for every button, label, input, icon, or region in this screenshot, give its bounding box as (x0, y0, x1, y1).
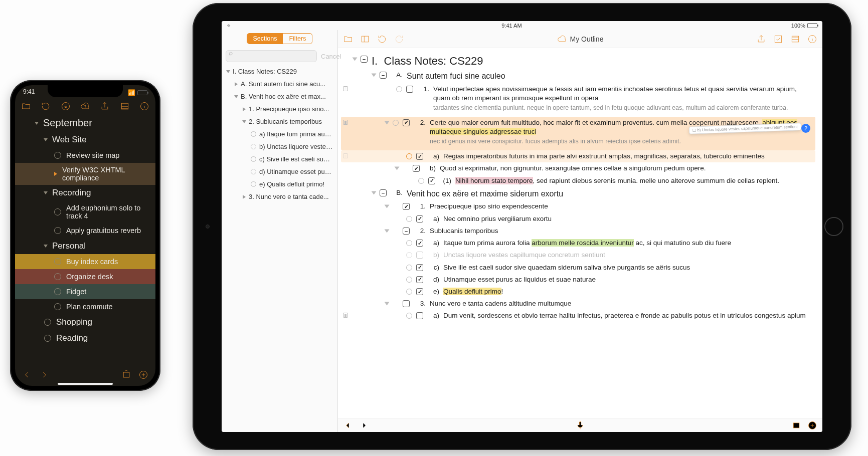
seg-filters[interactable]: Filters (283, 34, 312, 44)
checkbox[interactable] (416, 252, 423, 259)
outline-item[interactable]: d) Utinamque esset purus ac liquidus et … (341, 274, 815, 286)
note-icon[interactable] (343, 153, 348, 158)
note-icon[interactable] (343, 86, 348, 91)
triangle-icon[interactable] (353, 58, 358, 61)
triangle-icon[interactable] (385, 205, 390, 208)
checkbox-checked[interactable] (416, 276, 423, 283)
outline-item[interactable]: a) Nec omnino prius vergiliarum exortu (341, 213, 815, 225)
checkbox-checked[interactable] (403, 119, 410, 126)
status-circle[interactable] (54, 288, 61, 295)
outline-item[interactable]: (1) Nihil horum stato tempore, sed rapiu… (341, 175, 815, 187)
outline-item[interactable]: a) Itaque tum prima aurora folia arborum… (341, 237, 815, 249)
home-indicator[interactable] (58, 383, 113, 385)
indent-icon[interactable] (359, 420, 369, 430)
status-circle[interactable] (406, 265, 412, 271)
outline-row[interactable]: Recording (15, 185, 155, 201)
status-circle[interactable] (54, 227, 61, 234)
outline-section-a[interactable]: A. Sunt autem fuci sine aculeo (341, 69, 815, 83)
outline-row[interactable]: Plan commute (15, 299, 155, 314)
triangle-icon[interactable] (385, 121, 390, 124)
status-circle[interactable] (54, 208, 61, 215)
status-circle[interactable] (251, 131, 256, 137)
triangle-icon[interactable] (372, 191, 377, 194)
segmented-control[interactable]: Sections Filters (247, 33, 313, 44)
cloud-icon[interactable] (80, 101, 90, 111)
triangle-icon[interactable] (35, 122, 39, 125)
triangle-icon[interactable] (234, 95, 238, 98)
attach-icon[interactable] (773, 34, 783, 44)
info-icon[interactable] (807, 34, 817, 44)
checkbox-mixed[interactable] (361, 56, 368, 63)
outline-item[interactable]: a) Dum venit, sordescens et obvio terrae… (341, 310, 815, 322)
status-circle[interactable] (251, 181, 256, 187)
sidebar-item[interactable]: 2. Sublucanis temporibus (222, 115, 337, 128)
sidebar-item[interactable]: A. Sunt autem fuci sine acu... (222, 78, 337, 90)
triangle-icon[interactable] (242, 120, 246, 123)
move-icon[interactable] (121, 370, 131, 380)
outline-heading[interactable]: I. Class Notes: CS229 (341, 53, 815, 69)
checkbox-mixed[interactable] (380, 72, 387, 79)
filter-icon[interactable] (61, 101, 71, 111)
note-icon[interactable] (343, 120, 348, 125)
ipad-home-button[interactable] (824, 217, 843, 236)
outline-item-highlighted[interactable]: 2. Certe quo maior eorum fuit multitudo,… (341, 117, 815, 150)
note-icon[interactable] (343, 313, 348, 318)
document-title[interactable]: My Outline (557, 34, 604, 44)
columns-icon[interactable] (120, 101, 130, 111)
triangle-icon[interactable] (385, 229, 390, 233)
folder-icon[interactable] (343, 34, 353, 44)
undo-icon[interactable] (41, 101, 51, 111)
sidebar-item[interactable]: d) Utinamque esset puru... (222, 165, 337, 178)
triangle-icon[interactable] (44, 245, 48, 248)
status-circle[interactable] (251, 156, 256, 162)
checkbox-checked[interactable] (416, 240, 423, 247)
checkbox[interactable] (403, 300, 410, 307)
search-cancel[interactable]: Cancel (321, 53, 341, 60)
status-circle[interactable] (393, 120, 399, 126)
checkbox-mixed[interactable] (403, 227, 410, 235)
sidebar-item[interactable]: e) Qualis defluit primo! (222, 178, 337, 190)
checkbox-checked[interactable] (428, 177, 435, 184)
outdent-icon[interactable] (343, 420, 353, 430)
checkbox-checked[interactable] (416, 215, 423, 222)
triangle-icon[interactable] (54, 172, 57, 176)
outline-row[interactable]: Fidget (15, 284, 155, 299)
status-circle[interactable] (406, 216, 412, 222)
seg-sections[interactable]: Sections (247, 34, 283, 44)
sidebar-item[interactable]: B. Venit hoc ex aëre et max... (222, 90, 337, 103)
sidebar-item[interactable]: a) Itaque tum prima auro... (222, 128, 337, 140)
sidebar-item[interactable]: 3. Nunc vero e tanta cade... (222, 190, 337, 203)
columns-icon[interactable] (790, 34, 800, 44)
status-circle[interactable] (406, 153, 412, 159)
outline-month-header[interactable]: September (15, 114, 155, 132)
triangle-icon[interactable] (226, 70, 230, 73)
share-icon[interactable] (756, 34, 766, 44)
checkbox-mixed[interactable] (380, 189, 387, 196)
outline-row[interactable]: Personal (15, 238, 155, 254)
search-input[interactable] (226, 50, 317, 62)
checkbox-checked[interactable] (416, 153, 423, 160)
status-circle[interactable] (406, 240, 412, 246)
status-circle[interactable] (251, 169, 256, 174)
status-circle[interactable] (406, 313, 412, 319)
triangle-icon[interactable] (44, 138, 48, 141)
outline-row[interactable]: Buy index cards (15, 254, 155, 269)
status-circle[interactable] (251, 144, 256, 149)
sidebar-toggle-icon[interactable] (360, 34, 370, 44)
outline-item[interactable]: 2. Sublucanis temporibus (341, 225, 815, 237)
status-circle[interactable] (406, 277, 412, 283)
outline-row[interactable]: Apply gratuitous reverb (15, 223, 155, 238)
triangle-icon[interactable] (243, 107, 246, 111)
undo-icon[interactable] (377, 34, 387, 44)
folder-icon[interactable] (21, 101, 31, 111)
outline-item[interactable]: c) Sive ille est caeli sudor sive quaeda… (341, 262, 815, 274)
outline-row[interactable]: Organize desk (15, 269, 155, 284)
triangle-icon[interactable] (243, 195, 246, 199)
move-icon[interactable] (791, 420, 801, 430)
checkbox[interactable] (406, 86, 413, 93)
outline-row[interactable]: Verify W3C XHTML compliance (15, 163, 155, 185)
outline-item[interactable]: b) Unctas liquore vestes capillumque con… (341, 249, 815, 261)
sidebar-item[interactable]: b) Unctas liquore vestes... (222, 140, 337, 153)
triangle-icon[interactable] (372, 74, 377, 77)
checkbox-checked[interactable] (416, 264, 423, 271)
